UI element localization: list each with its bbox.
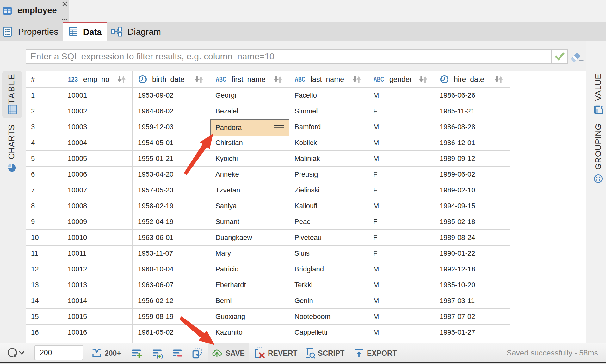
svg-text:): ) <box>161 353 163 359</box>
svg-text:ABC: ABC <box>295 76 305 83</box>
svg-text:ABC: ABC <box>216 76 226 83</box>
svg-text:123: 123 <box>68 76 78 82</box>
svg-text:ABC: ABC <box>374 76 384 83</box>
